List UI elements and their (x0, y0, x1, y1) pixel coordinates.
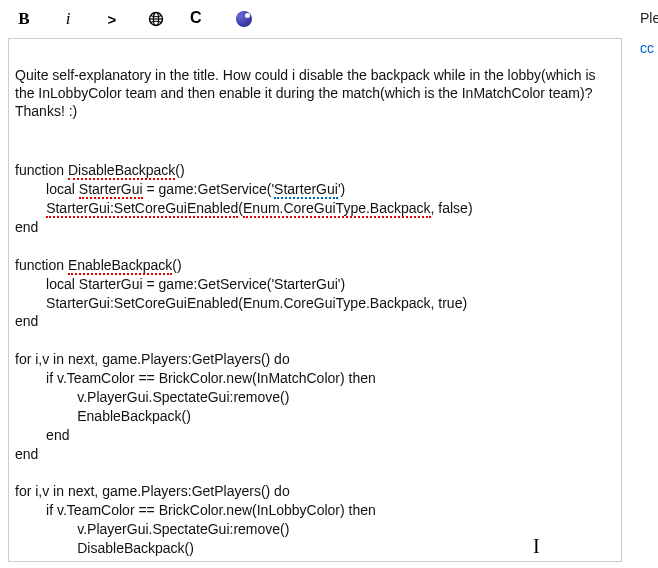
editor-toolbar: B i > C (0, 0, 658, 38)
intro-text: Quite self-explanatory in the title. How… (15, 66, 613, 121)
bold-button[interactable]: B (14, 9, 34, 29)
link-button[interactable] (146, 9, 166, 29)
side-text-1: Ple (640, 10, 658, 26)
code-button[interactable]: C (190, 9, 210, 29)
globe-icon (148, 11, 164, 27)
quote-button[interactable]: > (102, 9, 122, 29)
text-cursor-icon: I (533, 535, 540, 558)
editor-container: Quite self-explanatory in the title. How… (8, 38, 622, 562)
side-link[interactable]: cc (640, 40, 658, 56)
editor-textarea[interactable]: Quite self-explanatory in the title. How… (9, 39, 621, 562)
code-block: function DisableBackpack() local Starter… (15, 161, 613, 562)
italic-button[interactable]: i (58, 9, 78, 29)
lua-button[interactable] (234, 9, 254, 29)
lua-icon (236, 11, 252, 27)
side-panel: Ple cc (640, 10, 658, 56)
